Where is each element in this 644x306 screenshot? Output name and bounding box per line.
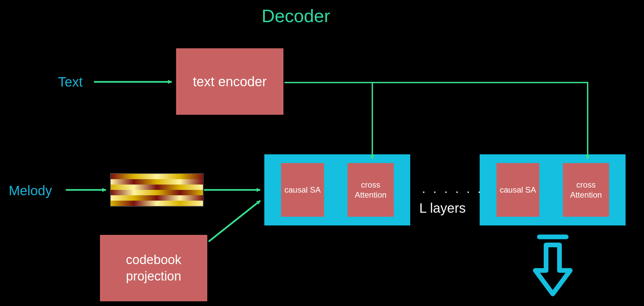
block-text-encoder-label: text encoder [193, 73, 267, 90]
diagram-title: Decoder [262, 6, 330, 26]
melody-spectrogram [110, 173, 204, 207]
block-cross-attention-1: cross Attention [347, 163, 394, 217]
svg-line-3 [209, 201, 260, 242]
input-label-melody: Melody [9, 183, 52, 198]
output-arrow-icon [529, 234, 576, 297]
block-causal-sa-1: causal SA [281, 163, 324, 217]
block-cross-attention-1-label: cross Attention [347, 180, 394, 200]
block-causal-sa-L-label: causal SA [500, 185, 536, 195]
block-causal-sa-L: causal SA [496, 163, 539, 217]
block-text-encoder: text encoder [176, 48, 283, 115]
block-causal-sa-1-label: causal SA [284, 185, 321, 195]
layers-label: L layers [419, 201, 466, 215]
layers-ellipsis: . . . . . . [422, 182, 483, 196]
block-cross-attention-L: cross Attention [563, 163, 609, 217]
block-codebook-projection-label: codebook projection [100, 252, 207, 285]
block-codebook-projection: codebook projection [100, 235, 207, 301]
input-label-text: Text [58, 74, 83, 89]
block-cross-attention-L-label: cross Attention [563, 180, 609, 200]
